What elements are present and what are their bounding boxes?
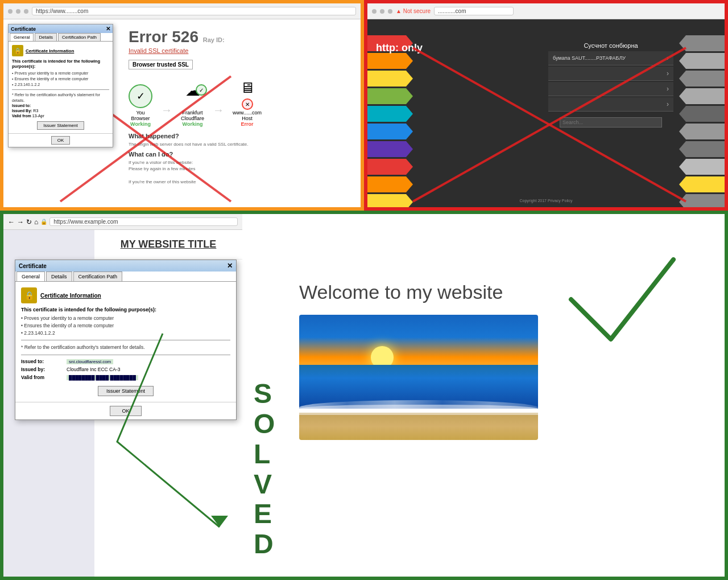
cert-tab-general[interactable]: General: [10, 33, 34, 41]
cert-issued-to-b: Issued to: sni.cloudflaressl.com: [21, 359, 230, 364]
cert-tab-b-path[interactable]: Certification Path: [73, 272, 123, 281]
search-area: [548, 116, 673, 127]
menu-item-1-text: бумапа SAUT........РЗТАФАБЛУ: [553, 55, 626, 61]
cf-browser-status: Working: [129, 121, 152, 127]
chev-mgray2-r: [679, 141, 725, 157]
copyright-text: Copyright 2017 Privacy Policy: [520, 199, 573, 203]
chev-yellow2-l: [367, 194, 413, 207]
cert-body: 🔒 Certificate Information This certifica…: [9, 42, 113, 133]
cf-host-col: 🖥 ✕ www......com Host Error: [233, 79, 262, 127]
colorful-background: http: only Сусчнот сонбюрна бумапа SAUT.…: [367, 19, 725, 207]
welcome-area: Welcome to my website: [288, 230, 725, 309]
beach-image-container: [299, 315, 725, 440]
chev-orange-l: [367, 53, 413, 69]
browser-trusted-ssl-label: Browser trusted SSL: [129, 59, 193, 69]
cert-close-btn[interactable]: ✕: [106, 26, 110, 32]
chev-purple-l: [367, 141, 413, 157]
cert-purposes-b: • Proves your identity to a remote compu…: [21, 315, 230, 336]
cert-dialog-small: Certificate ✕ General Details Certificat…: [8, 24, 113, 147]
cert-ok-btn[interactable]: OK: [51, 136, 71, 145]
cert-btn-row: Issuer Statement: [12, 121, 109, 130]
cert-tab-b-details[interactable]: Details: [46, 272, 72, 281]
menu-chevron-4: ›: [667, 100, 669, 108]
panel-http-only: ▲ Not secure ...........com: [364, 0, 728, 211]
menu-item-4[interactable]: ›: [548, 97, 673, 112]
main-grid: https://www........com Certificate ✕ Gen…: [0, 0, 728, 580]
nav-refresh[interactable]: [24, 9, 28, 14]
menu-chevron-1: ›: [667, 54, 669, 62]
cf-host-status: Error: [233, 121, 262, 127]
menu-item-3[interactable]: ›: [548, 82, 673, 96]
bl-refresh[interactable]: ↻: [26, 218, 32, 226]
cert-title-bar: Certificate ✕: [9, 24, 113, 33]
cf-host-sublabel: Host: [233, 116, 262, 121]
bl-forward[interactable]: →: [17, 218, 24, 226]
menu-item-1[interactable]: бумапа SAUT........РЗТАФАБЛУ ›: [548, 51, 673, 65]
cert-subheading: This certificate is intended for the fol…: [12, 59, 109, 69]
tr-nav-refresh[interactable]: [388, 9, 392, 14]
issuer-statement-btn[interactable]: Issuer Statement: [37, 121, 84, 130]
cert-tab-cert-path[interactable]: Certification Path: [58, 33, 101, 41]
cert-ok-btn-b[interactable]: OK: [110, 406, 141, 416]
url-bar-top-right[interactable]: ...........com: [434, 7, 514, 15]
lock-icon: 🔒: [40, 219, 47, 225]
cert-icon-row: 🔒 Certificate Information: [12, 45, 109, 56]
cf-cloudflare-status: Working: [181, 121, 204, 127]
chev-dgray-r: [679, 106, 725, 122]
http-only-label: http: only: [376, 42, 423, 54]
solved-l: L: [254, 439, 288, 470]
cert-issued-by-value: R3: [33, 109, 38, 113]
cert-title-b: Certificate: [19, 263, 47, 269]
cert-close-btn-b[interactable]: ✕: [227, 262, 233, 270]
search-input-tr[interactable]: [560, 117, 662, 127]
tl-content: Certificate ✕ General Details Certificat…: [3, 19, 361, 207]
browser-bar-top-right: ▲ Not secure ...........com: [367, 3, 725, 19]
cert-sep-b2: [21, 355, 230, 355]
site-title: MY WEBSITE TITLE: [94, 230, 242, 260]
panel-ssl-error: https://www........com Certificate ✕ Gen…: [0, 0, 364, 211]
cert-title-label: Certificate: [11, 26, 36, 32]
bl-home[interactable]: ⌂: [34, 218, 38, 226]
cf-you-label: You: [129, 110, 152, 116]
beach-image: [299, 315, 538, 440]
cert-purposes: • Proves your identity to a remote compu…: [12, 71, 109, 87]
chev-lgray2-r: [679, 88, 725, 104]
nav-back[interactable]: [8, 9, 13, 14]
cert-tab-details[interactable]: Details: [35, 33, 56, 41]
url-bar-bottom[interactable]: https://www.example.com: [49, 217, 238, 226]
cert-issued-by-b: Issued by: Cloudflare Inc ECC CA-3: [21, 367, 230, 372]
nav-forward[interactable]: [16, 9, 20, 14]
cert-tabs: General Details Certification Path: [9, 33, 113, 42]
cf-cloudflare-label: Cloudflare: [181, 116, 204, 121]
cert-icon-b: 🔒: [21, 287, 37, 303]
panel-solved: ← → ↻ ⌂ 🔒 https://www.example.com MY WEB…: [0, 211, 728, 580]
chev-red2-l: [367, 159, 413, 175]
tr-nav-back[interactable]: [372, 9, 377, 14]
solved-d: D: [254, 529, 288, 560]
solved-s: S: [254, 379, 288, 409]
left-chevrons: [367, 35, 413, 207]
tr-nav-forward[interactable]: [380, 9, 384, 14]
welcome-heading: Welcome to my website: [299, 281, 713, 303]
cert-title-bar-b: Certificate ✕: [15, 260, 236, 272]
bl-back[interactable]: ←: [8, 218, 15, 226]
bottom-right-col: Welcome to my website: [288, 214, 725, 577]
cert-heading-b: Certificate Information: [40, 293, 101, 299]
sky-layer: [299, 315, 538, 371]
error-ray: Ray ID:: [203, 36, 225, 43]
chev-yellow-r: [679, 176, 725, 192]
chev-gray3-r: [679, 194, 725, 207]
menu-items: Сусчнот сонбюрна бумапа SAUT........РЗТА…: [548, 42, 673, 127]
cf-cloudflare-col: ☁ ✓ Frankfurt Cloudflare Working: [181, 82, 204, 127]
issuer-stmt-btn-b[interactable]: Issuer Statement: [98, 386, 154, 396]
cf-frankfurt-label: Frankfurt: [181, 110, 204, 116]
browser-bar-top-left: https://www........com: [3, 3, 361, 19]
solved-column: S O L V E D: [242, 214, 288, 577]
chev-blue-l: [367, 124, 413, 139]
cert-valid-from: Valid from 13-Apr: [12, 114, 109, 118]
menu-item-2[interactable]: ›: [548, 67, 673, 81]
cf-what-happened: What happened? The origin web server doe…: [129, 133, 349, 147]
solved-o: O: [254, 409, 288, 439]
cert-tab-b-general[interactable]: General: [16, 272, 45, 281]
url-bar-top-left[interactable]: https://www........com: [32, 7, 356, 15]
